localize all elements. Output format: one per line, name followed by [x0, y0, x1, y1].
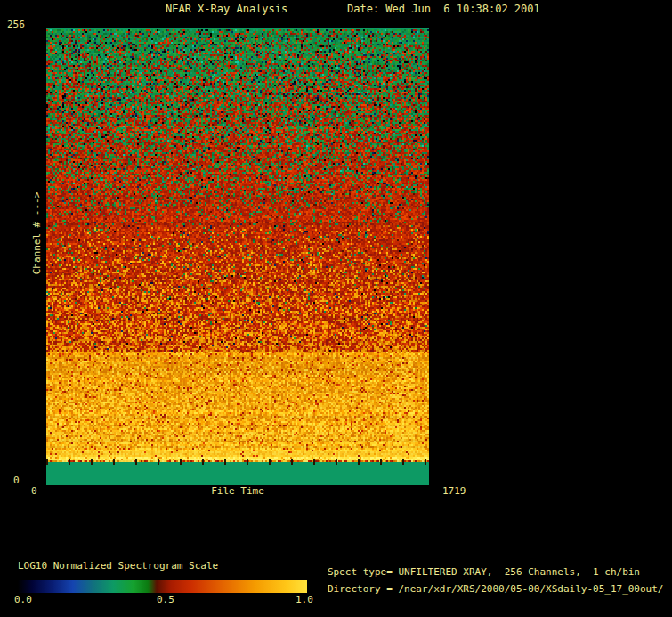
spect-type-line: Spect type= UNFILTERED XRAY, 256 Channel… [328, 567, 640, 578]
page-title: NEAR X-Ray Analysis [166, 4, 287, 14]
app-window: NEAR X-Ray Analysis Date: Wed Jun 6 10:3… [0, 0, 672, 617]
y-axis-max-label: 256 [7, 20, 25, 30]
x-axis-min-label: 0 [31, 486, 37, 497]
colorbar-gradient [18, 580, 307, 593]
x-axis-title: File Time [211, 486, 264, 497]
date-label: Date: Wed Jun 6 10:38:02 2001 [347, 4, 540, 14]
y-axis-title: Channel # ---> [31, 192, 43, 275]
colorbar-tick-high: 1.0 [296, 595, 313, 605]
colorbar-title: LOG10 Normalized Spectrogram Scale [18, 561, 218, 572]
colorbar-tick-low: 0.0 [14, 595, 32, 605]
colorbar-tick-mid: 0.5 [157, 595, 174, 605]
spectrogram-canvas [46, 28, 429, 485]
directory-line: Directory = /near/xdr/XRS/2000/05-00/XSd… [328, 584, 664, 595]
y-axis-min-label: 0 [13, 475, 20, 486]
x-axis-max-label: 1719 [442, 486, 466, 497]
